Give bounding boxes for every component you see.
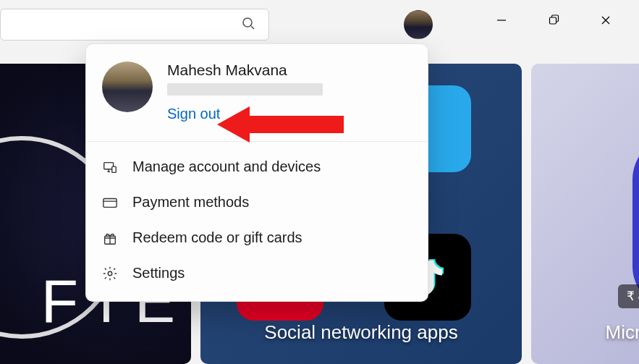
user-avatar [102,62,153,112]
menu-item-redeem[interactable]: Redeem code or gift cards [86,220,428,255]
maximize-button[interactable] [541,7,567,33]
promo-card-microsoft[interactable]: ₹ 4,899.00 Microso [531,64,639,364]
svg-point-4 [243,18,252,27]
search-input[interactable] [0,9,269,41]
product-art [632,136,639,310]
close-button[interactable] [593,7,619,33]
promo-title: Social networking apps [200,321,522,344]
promo-title: Microso [531,321,639,344]
svg-rect-1 [549,17,556,24]
minimize-button[interactable] [488,7,515,33]
menu-item-label: Redeem code or gift cards [132,229,302,246]
price-badge: ₹ 4,899.00 [618,284,639,308]
menu-item-label: Payment methods [132,194,249,211]
svg-point-12 [108,271,112,276]
menu-item-label: Manage account and devices [132,158,321,175]
gear-icon [102,266,118,282]
user-display-name: Mahesh Makvana [167,62,323,79]
svg-rect-8 [103,198,117,207]
menu-item-payment[interactable]: Payment methods [86,185,428,220]
svg-line-5 [251,26,254,29]
account-header: Mahesh Makvana Sign out [86,44,428,141]
user-email-redacted [167,83,323,96]
sign-out-link[interactable]: Sign out [167,106,220,122]
account-menu-list: Manage account and devices Payment metho… [86,142,428,301]
menu-item-manage-account[interactable]: Manage account and devices [86,149,428,185]
svg-rect-7 [112,166,117,172]
account-menu: Mahesh Makvana Sign out Manage account a… [85,43,428,302]
devices-icon [102,159,118,175]
gift-icon [102,230,118,246]
card-icon [102,195,118,211]
menu-item-settings[interactable]: Settings [86,255,428,291]
search-icon [242,17,255,33]
user-avatar-button[interactable] [404,10,433,39]
menu-item-label: Settings [132,265,185,282]
